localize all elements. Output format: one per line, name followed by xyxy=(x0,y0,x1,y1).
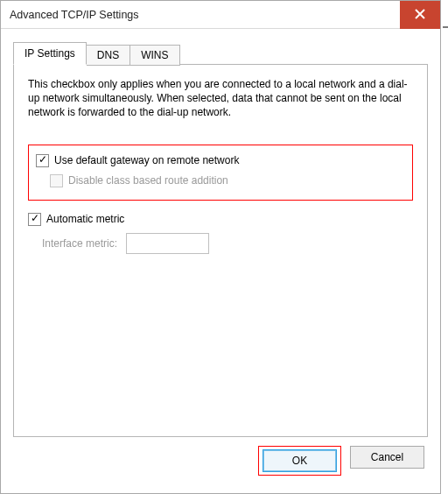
tabstrip: IP Settings DNS WINS xyxy=(13,41,428,64)
tab-label: IP Settings xyxy=(24,47,75,60)
interface-metric-row: Interface metric: xyxy=(42,233,413,254)
interface-metric-label: Interface metric: xyxy=(42,237,117,250)
interface-metric-input xyxy=(126,233,209,254)
gateway-group: Use default gateway on remote network Di… xyxy=(34,151,407,193)
description-text: This checkbox only applies when you are … xyxy=(28,77,413,120)
tab-dns[interactable]: DNS xyxy=(87,45,130,66)
automatic-metric-checkbox[interactable] xyxy=(28,213,41,226)
tab-label: DNS xyxy=(97,49,119,61)
tab-wins[interactable]: WINS xyxy=(130,45,179,66)
tab-panel-ip-settings: This checkbox only applies when you are … xyxy=(13,64,428,437)
use-default-gateway-checkbox[interactable] xyxy=(36,154,49,167)
button-label: OK xyxy=(292,455,307,467)
metric-group: Automatic metric Interface metric: xyxy=(28,213,413,254)
disable-class-route-checkbox xyxy=(50,174,63,187)
use-default-gateway-row: Use default gateway on remote network xyxy=(36,154,405,167)
button-label: Cancel xyxy=(371,451,403,463)
dialog-buttons: OK Cancel xyxy=(13,437,428,484)
tab-ip-settings[interactable]: IP Settings xyxy=(13,42,87,65)
window-title: Advanced TCP/IP Settings xyxy=(1,9,139,21)
disable-class-route-row: Disable class based route addition xyxy=(50,174,405,187)
close-button[interactable] xyxy=(400,1,440,29)
gateway-group-highlight: Use default gateway on remote network Di… xyxy=(28,145,413,201)
cancel-button[interactable]: Cancel xyxy=(350,446,424,469)
titlebar: Advanced TCP/IP Settings xyxy=(1,1,440,29)
automatic-metric-row: Automatic metric xyxy=(28,213,413,226)
client-area: IP Settings DNS WINS This checkbox only … xyxy=(1,29,440,493)
use-default-gateway-label: Use default gateway on remote network xyxy=(54,154,239,166)
ok-button-highlight: OK xyxy=(258,446,341,476)
advanced-tcpip-window: Advanced TCP/IP Settings IP Settings DNS… xyxy=(0,0,441,494)
disable-class-route-label: Disable class based route addition xyxy=(68,174,228,187)
ok-button[interactable]: OK xyxy=(262,449,337,472)
close-icon xyxy=(415,7,425,22)
edge-mark xyxy=(443,26,448,28)
automatic-metric-label: Automatic metric xyxy=(46,213,124,225)
tab-label: WINS xyxy=(141,49,168,61)
